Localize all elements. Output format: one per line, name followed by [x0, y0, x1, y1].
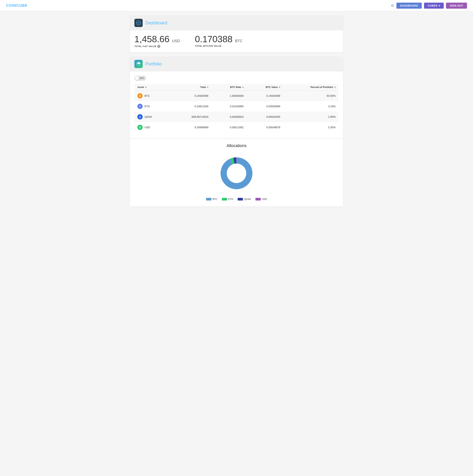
asset-name: ETH	[145, 105, 150, 108]
total-cell: 609.89714520	[171, 112, 212, 122]
btc-rate-cell: 1.00000000	[211, 91, 247, 101]
asset-icon-qash: Q	[137, 114, 143, 119]
dashboard-body: 1,458.66 USD TOTAL FIAT VALUE ? 0.170388…	[130, 30, 343, 52]
toggle-dot	[135, 76, 139, 80]
svg-point-3	[138, 63, 139, 65]
donut-svg	[216, 153, 257, 194]
fiat-currency: USD	[172, 39, 180, 43]
percent-cell: 0.30%	[283, 122, 339, 133]
table-row: Ξ ETH 0.24811049 0.02244965 0.00556999 3…	[134, 101, 339, 112]
settings-icon[interactable]: ⚙	[391, 3, 394, 8]
legend-label-eth: ETH	[228, 198, 233, 201]
asset-name: BTC	[145, 94, 150, 97]
table-header: Asset ⇅ Total ⇅ BTC Rate ⇅ BTC Value	[134, 84, 339, 91]
btc-value: 0.170388 BTC	[195, 35, 242, 44]
table-body: ₿ BTC 0.15929368 1.00000000 0.15929368 9…	[134, 91, 339, 133]
btc-toggle-container: BTC	[134, 76, 339, 81]
sort-btcvalue-icon: ⇅	[279, 86, 280, 88]
dashboard-icon	[134, 19, 143, 27]
col-percent[interactable]: Percent of Portfolio ⇅	[283, 84, 339, 91]
signout-button[interactable]: SIGN OUT	[446, 3, 467, 9]
asset-icon-btc: ₿	[137, 93, 143, 99]
sort-asset-icon: ⇅	[145, 86, 146, 88]
navbar: COINCUBE ⚙ DASHBOARD CUBES ▾ SIGN OUT	[0, 0, 473, 11]
legend-label-usd: USD	[262, 198, 267, 201]
legend-item-eth: ETH	[222, 198, 233, 201]
asset-icon-eth: Ξ	[137, 104, 143, 109]
total-cell: 0.15929368	[171, 91, 212, 101]
donut-chart-container	[134, 153, 339, 194]
fiat-label: TOTAL FIAT VALUE ?	[134, 45, 180, 48]
asset-cell: Q QASH	[134, 112, 171, 122]
col-asset[interactable]: Asset ⇅	[134, 84, 171, 91]
dashboard-button[interactable]: DASHBOARD	[396, 3, 422, 9]
table-row: Q QASH 609.89714520 0.00000824 0.0050255…	[134, 112, 339, 122]
portfolio-body: BTC Asset ⇅ Total ⇅	[130, 71, 343, 137]
asset-name: USD	[145, 126, 150, 129]
percent-cell: 93.50%	[283, 91, 339, 101]
table-row: $ USD 4.26999999 0.00011681 0.00049878 0…	[134, 122, 339, 133]
fiat-value: 1,458.66 USD	[134, 35, 180, 44]
btc-rate-cell: 0.00011681	[211, 122, 247, 133]
portfolio-table: Asset ⇅ Total ⇅ BTC Rate ⇅ BTC Value	[134, 84, 339, 133]
toggle-label: BTC	[140, 77, 144, 79]
col-btc-value[interactable]: BTC Value ⇅	[247, 84, 283, 91]
legend-item-usd: USD	[255, 198, 267, 201]
legend-label-qash: QASH	[244, 198, 251, 201]
chart-legend: BTC ETH QASH USD	[134, 198, 339, 201]
col-total[interactable]: Total ⇅	[171, 84, 212, 91]
portfolio-title: Portfolio	[145, 61, 162, 67]
col-btc-rate[interactable]: BTC Rate ⇅	[211, 84, 247, 91]
dashboard-card: Dashboard 1,458.66 USD TOTAL FIAT VALUE …	[130, 16, 343, 52]
legend-color-qash	[238, 198, 243, 201]
legend-item-qash: QASH	[238, 198, 251, 201]
fiat-value-block: 1,458.66 USD TOTAL FIAT VALUE ?	[134, 35, 180, 48]
table-row: ₿ BTC 0.15929368 1.00000000 0.15929368 9…	[134, 91, 339, 101]
cubes-dropdown-icon: ▾	[439, 4, 440, 7]
asset-icon-usd: $	[137, 125, 143, 130]
btc-value-cell: 0.15929368	[247, 91, 283, 101]
asset-cell: $ USD	[134, 122, 171, 133]
asset-cell: Ξ ETH	[134, 101, 171, 112]
main-content: Dashboard 1,458.66 USD TOTAL FIAT VALUE …	[124, 11, 349, 216]
total-cell: 4.26999999	[171, 122, 212, 133]
percent-cell: 3.25%	[283, 101, 339, 112]
brand-logo: COINCUBE	[6, 3, 28, 8]
btc-rate-cell: 0.02244965	[211, 101, 247, 112]
allocations-title: Allocations	[134, 143, 339, 148]
sort-total-icon: ⇅	[207, 86, 208, 88]
legend-color-usd	[255, 198, 261, 201]
fiat-help-icon[interactable]: ?	[157, 45, 160, 48]
portfolio-icon	[134, 60, 143, 68]
dashboard-card-header: Dashboard	[130, 16, 343, 30]
svg-point-1	[138, 22, 139, 23]
btc-rate-cell: 0.00000824	[211, 112, 247, 122]
allocations-section: Allocations BTC ETH QASH USD	[130, 143, 343, 206]
navbar-actions: ⚙ DASHBOARD CUBES ▾ SIGN OUT	[391, 3, 467, 9]
dashboard-values: 1,458.66 USD TOTAL FIAT VALUE ? 0.170388…	[134, 35, 339, 48]
donut-chart	[216, 153, 257, 194]
btc-value-cell: 0.00502555	[247, 112, 283, 122]
sort-percent-icon: ⇅	[334, 86, 336, 88]
legend-color-eth	[222, 198, 227, 201]
total-cell: 0.24811049	[171, 101, 212, 112]
portfolio-card-header: Portfolio	[130, 57, 343, 71]
asset-cell: ₿ BTC	[134, 91, 171, 101]
btc-label: TOTAL BITCOIN VALUE	[195, 45, 242, 47]
legend-label-btc: BTC	[213, 198, 217, 201]
btc-currency: BTC	[235, 39, 242, 43]
cubes-label: CUBES	[428, 4, 437, 7]
btc-toggle[interactable]: BTC	[134, 76, 146, 81]
btc-value-block: 0.170388 BTC TOTAL BITCOIN VALUE	[195, 35, 242, 47]
percent-cell: 2.95%	[283, 112, 339, 122]
btc-value-cell: 0.00049878	[247, 122, 283, 133]
sort-btcrate-icon: ⇅	[242, 86, 244, 88]
legend-item-btc: BTC	[206, 198, 217, 201]
legend-color-btc	[206, 198, 211, 201]
portfolio-card: Portfolio BTC Asset ⇅	[130, 57, 343, 206]
btc-value-cell: 0.00556999	[247, 101, 283, 112]
asset-name: QASH	[145, 115, 152, 118]
cubes-button[interactable]: CUBES ▾	[424, 3, 444, 9]
dashboard-title: Dashboard	[145, 20, 167, 26]
